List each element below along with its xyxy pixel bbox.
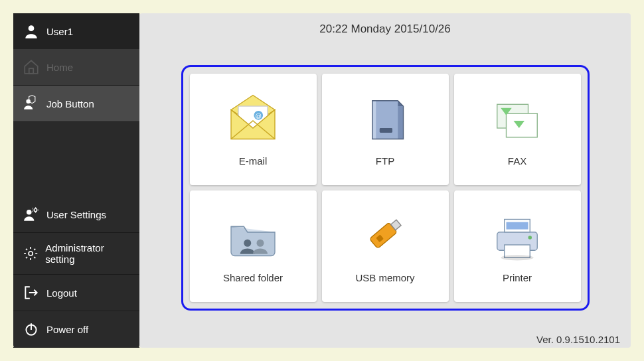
sidebar-item-logout[interactable]: Logout: [13, 275, 139, 311]
tile-shared-folder[interactable]: Shared folder: [190, 190, 317, 302]
email-label: E-mail: [239, 155, 268, 167]
datetime: 20:22 Monday 2015/10/26: [147, 17, 623, 44]
tile-fax[interactable]: FAX: [454, 74, 581, 185]
svg-point-3: [27, 210, 32, 215]
usb-label: USB memory: [355, 272, 414, 283]
sidebar-item-user: User1: [13, 13, 139, 49]
power-off-label: Power off: [46, 324, 88, 335]
user-settings-label: User Settings: [46, 209, 106, 220]
usb-icon: [356, 208, 414, 267]
svg-point-20: [244, 240, 251, 247]
admin-setting-label: Administrator setting: [45, 242, 130, 265]
power-icon: [23, 321, 40, 338]
svg-point-21: [257, 240, 264, 247]
fax-icon: [488, 92, 546, 150]
tile-grid: @ E-mail: [181, 65, 590, 311]
tile-printer[interactable]: Printer: [454, 190, 581, 302]
tile-email[interactable]: @ E-mail: [190, 74, 317, 185]
sidebar: User1 Home Job Button User Set: [13, 13, 139, 348]
user-label: User1: [46, 26, 73, 37]
sidebar-item-power-off[interactable]: Power off: [13, 311, 139, 348]
svg-point-5: [29, 252, 33, 255]
tile-ftp[interactable]: FTP: [322, 74, 449, 185]
svg-point-0: [29, 25, 35, 31]
sidebar-item-job-button[interactable]: Job Button: [13, 86, 139, 122]
printer-label: Printer: [503, 272, 532, 283]
sidebar-item-user-settings[interactable]: User Settings: [13, 196, 139, 233]
shared-label: Shared folder: [223, 272, 283, 283]
sidebar-spacer: [13, 122, 139, 196]
fax-label: FAX: [508, 155, 526, 167]
svg-point-30: [501, 255, 534, 260]
tile-usb-memory[interactable]: USB memory: [322, 190, 449, 302]
svg-point-4: [34, 208, 37, 211]
shared-folder-icon: [224, 208, 282, 267]
job-button-icon: [23, 95, 40, 112]
svg-marker-17: [507, 113, 538, 137]
tile-grid-wrap: @ E-mail: [147, 44, 623, 331]
sidebar-item-admin-setting[interactable]: Administrator setting: [13, 233, 139, 275]
home-icon: [23, 58, 40, 76]
home-label: Home: [46, 62, 73, 73]
logout-label: Logout: [46, 287, 77, 299]
logout-icon: [23, 284, 40, 301]
ftp-label: FTP: [376, 155, 394, 167]
user-icon: [23, 23, 40, 40]
svg-rect-1: [29, 68, 34, 74]
printer-icon: [488, 208, 546, 267]
user-settings-icon: [23, 206, 40, 223]
svg-rect-14: [372, 101, 376, 139]
job-button-label: Job Button: [46, 98, 94, 109]
email-icon: @: [224, 92, 282, 150]
ftp-icon: [356, 92, 414, 150]
svg-point-29: [528, 236, 532, 240]
main-panel: 20:22 Monday 2015/10/26 @ E-ma: [139, 13, 631, 348]
svg-rect-13: [372, 101, 398, 139]
svg-rect-15: [380, 128, 392, 133]
version-label: Ver. 0.9.1510.2101: [147, 331, 623, 345]
gear-icon: [23, 245, 39, 262]
svg-rect-27: [507, 222, 528, 230]
sidebar-item-home[interactable]: Home: [13, 49, 139, 86]
svg-text:@: @: [255, 112, 262, 119]
svg-point-2: [26, 100, 31, 104]
